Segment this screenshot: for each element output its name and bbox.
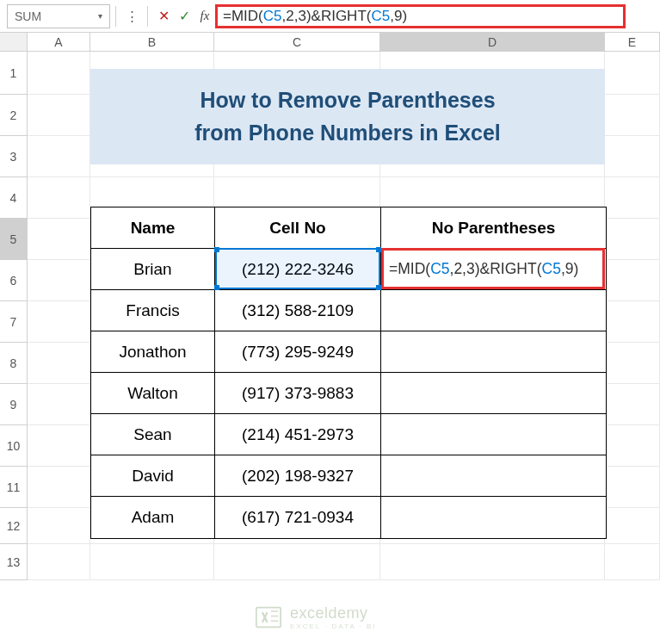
title-line-1: How to Remove Parentheses bbox=[200, 84, 495, 117]
column-header-c[interactable]: C bbox=[214, 33, 380, 51]
divider bbox=[115, 6, 116, 27]
table-row: Adam(617) 721-0934 bbox=[91, 497, 606, 538]
result-cell[interactable] bbox=[381, 455, 606, 497]
column-header-a[interactable]: A bbox=[28, 33, 90, 51]
table-row: Sean(214) 451-2973 bbox=[91, 414, 606, 455]
watermark-subtext: EXCEL · DATA · BI bbox=[290, 622, 377, 630]
svg-rect-0 bbox=[256, 608, 281, 628]
name-cell[interactable]: David bbox=[91, 455, 215, 497]
dots-icon[interactable]: ⋮ bbox=[121, 6, 142, 27]
row-header-4[interactable]: 4 bbox=[0, 177, 28, 219]
header-noparen[interactable]: No Parentheses bbox=[381, 207, 606, 249]
row-header-10[interactable]: 10 bbox=[0, 425, 28, 467]
result-cell[interactable] bbox=[381, 373, 606, 414]
row-header-11[interactable]: 11 bbox=[0, 467, 28, 508]
result-cell[interactable] bbox=[381, 290, 606, 331]
table-row: Jonathon(773) 295-9249 bbox=[91, 331, 606, 373]
table-row: Francis(312) 588-2109 bbox=[91, 290, 606, 331]
cell-e8[interactable] bbox=[605, 343, 660, 384]
table-header-row: Name Cell No No Parentheses bbox=[91, 207, 606, 249]
cell-a12[interactable] bbox=[28, 508, 90, 544]
cell-a10[interactable] bbox=[28, 425, 90, 467]
cell-d13[interactable] bbox=[380, 544, 605, 580]
name-cell[interactable]: Francis bbox=[91, 290, 215, 331]
phone-cell[interactable]: (212) 222-3246 bbox=[215, 249, 381, 290]
column-header-e[interactable]: E bbox=[605, 33, 660, 51]
name-cell[interactable]: Sean bbox=[91, 414, 215, 455]
enter-button[interactable]: ✓ bbox=[174, 6, 194, 27]
cell-e7[interactable] bbox=[605, 301, 660, 343]
name-box-value: SUM bbox=[15, 9, 41, 23]
result-cell[interactable] bbox=[381, 331, 606, 373]
row-header-6[interactable]: 6 bbox=[0, 260, 28, 301]
result-cell[interactable] bbox=[381, 497, 606, 538]
watermark-text-wrap: exceldemy EXCEL · DATA · BI bbox=[290, 604, 377, 630]
cell-e13[interactable] bbox=[605, 544, 660, 580]
row-header-8[interactable]: 8 bbox=[0, 343, 28, 384]
cell-e1[interactable] bbox=[605, 52, 660, 95]
watermark: exceldemy EXCEL · DATA · BI bbox=[254, 603, 377, 632]
cell-e6[interactable] bbox=[605, 260, 660, 301]
row-header-2[interactable]: 2 bbox=[0, 95, 28, 136]
row-header-12[interactable]: 12 bbox=[0, 508, 28, 544]
cell-a13[interactable] bbox=[28, 544, 90, 580]
table-row: David(202) 198-9327 bbox=[91, 455, 606, 497]
cell-e12[interactable] bbox=[605, 508, 660, 544]
name-cell[interactable]: Walton bbox=[91, 373, 215, 414]
cell-e5[interactable] bbox=[605, 219, 660, 260]
chevron-down-icon[interactable]: ▾ bbox=[98, 11, 102, 21]
table-row: Walton(917) 373-9883 bbox=[91, 373, 606, 414]
editing-cell-d5[interactable]: =MID(C5,2,3)&RIGHT(C5,9) bbox=[381, 248, 605, 289]
phone-cell[interactable]: (312) 588-2109 bbox=[215, 290, 381, 331]
fx-icon[interactable]: fx bbox=[194, 6, 215, 27]
name-cell[interactable]: Adam bbox=[91, 497, 215, 538]
cell-a3[interactable] bbox=[28, 136, 90, 177]
name-cell[interactable]: Brian bbox=[91, 249, 215, 290]
cell-e9[interactable] bbox=[605, 384, 660, 425]
cell-c13[interactable] bbox=[214, 544, 380, 580]
row-header-5[interactable]: 5 bbox=[0, 219, 28, 260]
cell-b13[interactable] bbox=[90, 544, 214, 580]
formula-bar: SUM ▾ ⋮ ✕ ✓ fx =MID(C5,2,3)&RIGHT(C5,9) bbox=[0, 0, 660, 33]
cell-e10[interactable] bbox=[605, 425, 660, 467]
row-header-3[interactable]: 3 bbox=[0, 136, 28, 177]
cell-e11[interactable] bbox=[605, 467, 660, 508]
name-cell[interactable]: Jonathon bbox=[91, 331, 215, 373]
title-line-2: from Phone Numbers in Excel bbox=[194, 117, 501, 150]
cell-a8[interactable] bbox=[28, 343, 90, 384]
row-header-9[interactable]: 9 bbox=[0, 384, 28, 425]
row-header-13[interactable]: 13 bbox=[0, 544, 28, 580]
row-header-7[interactable]: 7 bbox=[0, 301, 28, 343]
cell-a9[interactable] bbox=[28, 384, 90, 425]
header-name[interactable]: Name bbox=[91, 207, 215, 249]
column-header-b[interactable]: B bbox=[90, 33, 214, 51]
cell-a1[interactable] bbox=[28, 52, 90, 95]
phone-cell[interactable]: (617) 721-0934 bbox=[215, 497, 381, 538]
column-header-d[interactable]: D bbox=[380, 33, 605, 51]
select-all-corner[interactable] bbox=[0, 33, 28, 51]
row-header-1[interactable]: 1 bbox=[0, 52, 28, 95]
cell-e3[interactable] bbox=[605, 136, 660, 177]
cell-e2[interactable] bbox=[605, 95, 660, 136]
cell-a5[interactable] bbox=[28, 219, 90, 260]
cancel-button[interactable]: ✕ bbox=[153, 6, 174, 27]
spreadsheet-grid: 12345678910111213 How to Remove Parenthe… bbox=[0, 52, 660, 580]
formula-input[interactable]: =MID(C5,2,3)&RIGHT(C5,9) bbox=[215, 4, 626, 28]
cell-a4[interactable] bbox=[28, 177, 90, 219]
name-box[interactable]: SUM ▾ bbox=[7, 4, 110, 28]
phone-cell[interactable]: (917) 373-9883 bbox=[215, 373, 381, 414]
cell-e4[interactable] bbox=[605, 177, 660, 219]
excel-icon bbox=[254, 603, 283, 632]
result-cell[interactable] bbox=[381, 414, 606, 455]
column-headers: A B C D E bbox=[0, 33, 660, 52]
phone-cell[interactable]: (773) 295-9249 bbox=[215, 331, 381, 373]
cell-a6[interactable] bbox=[28, 260, 90, 301]
cell-a2[interactable] bbox=[28, 95, 90, 136]
cell-a7[interactable] bbox=[28, 301, 90, 343]
phone-cell[interactable]: (214) 451-2973 bbox=[215, 414, 381, 455]
divider bbox=[147, 6, 148, 27]
phone-cell[interactable]: (202) 198-9327 bbox=[215, 455, 381, 497]
watermark-text: exceldemy bbox=[290, 604, 377, 622]
header-cell[interactable]: Cell No bbox=[215, 207, 381, 249]
cell-a11[interactable] bbox=[28, 467, 90, 508]
